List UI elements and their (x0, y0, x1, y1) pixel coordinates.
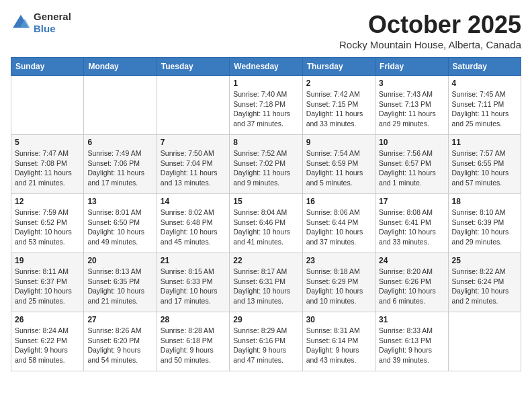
day-number: 28 (161, 315, 226, 324)
title-block: October 2025 Rocky Mountain House, Alber… (339, 11, 521, 50)
day-number: 23 (306, 256, 371, 265)
calendar-cell: 7Sunrise: 7:50 AM Sunset: 7:04 PM Daylig… (157, 135, 229, 194)
calendar-cell: 28Sunrise: 8:28 AM Sunset: 6:18 PM Dayli… (157, 312, 229, 371)
calendar-cell: 29Sunrise: 8:29 AM Sunset: 6:16 PM Dayli… (230, 312, 302, 371)
page-header: General Blue October 2025 Rocky Mountain… (11, 11, 521, 50)
day-number: 31 (379, 315, 444, 324)
day-number: 5 (15, 138, 80, 147)
day-info: Sunrise: 7:47 AM Sunset: 7:08 PM Dayligh… (15, 148, 80, 188)
day-info: Sunrise: 8:20 AM Sunset: 6:26 PM Dayligh… (379, 267, 444, 306)
calendar-cell (84, 76, 157, 135)
calendar-cell: 30Sunrise: 8:31 AM Sunset: 6:14 PM Dayli… (302, 312, 375, 371)
day-info: Sunrise: 8:15 AM Sunset: 6:33 PM Dayligh… (161, 267, 226, 306)
calendar-cell (157, 76, 229, 135)
day-info: Sunrise: 8:22 AM Sunset: 6:24 PM Dayligh… (452, 267, 517, 306)
day-number: 17 (379, 197, 444, 206)
calendar-cell: 3Sunrise: 7:43 AM Sunset: 7:13 PM Daylig… (375, 76, 448, 135)
calendar-week-row: 12Sunrise: 7:59 AM Sunset: 6:52 PM Dayli… (11, 194, 521, 253)
day-info: Sunrise: 8:17 AM Sunset: 6:31 PM Dayligh… (233, 267, 298, 306)
day-number: 15 (233, 197, 298, 206)
day-of-week-header: Tuesday (157, 58, 229, 76)
day-number: 21 (161, 256, 226, 265)
day-number: 16 (306, 197, 371, 206)
logo-general-text: General (34, 11, 71, 23)
day-info: Sunrise: 8:18 AM Sunset: 6:29 PM Dayligh… (306, 267, 371, 306)
day-info: Sunrise: 8:28 AM Sunset: 6:18 PM Dayligh… (161, 326, 226, 365)
day-info: Sunrise: 8:04 AM Sunset: 6:46 PM Dayligh… (233, 208, 298, 247)
calendar-cell: 15Sunrise: 8:04 AM Sunset: 6:46 PM Dayli… (230, 194, 302, 253)
calendar-cell: 12Sunrise: 7:59 AM Sunset: 6:52 PM Dayli… (11, 194, 84, 253)
calendar-table: SundayMondayTuesdayWednesdayThursdayFrid… (11, 57, 521, 371)
day-number: 12 (15, 197, 80, 206)
day-number: 18 (452, 197, 517, 206)
day-info: Sunrise: 8:31 AM Sunset: 6:14 PM Dayligh… (306, 326, 371, 365)
day-info: Sunrise: 7:42 AM Sunset: 7:15 PM Dayligh… (306, 89, 371, 129)
day-info: Sunrise: 8:01 AM Sunset: 6:50 PM Dayligh… (87, 208, 152, 247)
day-info: Sunrise: 8:10 AM Sunset: 6:39 PM Dayligh… (452, 208, 517, 247)
calendar-week-row: 26Sunrise: 8:24 AM Sunset: 6:22 PM Dayli… (11, 312, 521, 371)
calendar-cell: 4Sunrise: 7:45 AM Sunset: 7:11 PM Daylig… (448, 76, 521, 135)
day-number: 29 (233, 315, 298, 324)
day-info: Sunrise: 7:50 AM Sunset: 7:04 PM Dayligh… (161, 148, 226, 188)
day-of-week-header: Monday (84, 58, 157, 76)
day-info: Sunrise: 7:59 AM Sunset: 6:52 PM Dayligh… (15, 208, 80, 247)
calendar-cell: 5Sunrise: 7:47 AM Sunset: 7:08 PM Daylig… (11, 135, 84, 194)
day-number: 8 (233, 138, 298, 147)
day-info: Sunrise: 8:26 AM Sunset: 6:20 PM Dayligh… (87, 326, 152, 365)
day-number: 24 (379, 256, 444, 265)
day-number: 27 (87, 315, 152, 324)
calendar-header-row: SundayMondayTuesdayWednesdayThursdayFrid… (11, 58, 521, 76)
day-info: Sunrise: 8:08 AM Sunset: 6:41 PM Dayligh… (379, 208, 444, 247)
day-info: Sunrise: 7:45 AM Sunset: 7:11 PM Dayligh… (452, 89, 517, 129)
calendar-cell: 10Sunrise: 7:56 AM Sunset: 6:57 PM Dayli… (375, 135, 448, 194)
calendar-cell: 23Sunrise: 8:18 AM Sunset: 6:29 PM Dayli… (302, 253, 375, 312)
day-of-week-header: Saturday (448, 58, 521, 76)
day-info: Sunrise: 7:43 AM Sunset: 7:13 PM Dayligh… (379, 89, 444, 129)
day-info: Sunrise: 7:40 AM Sunset: 7:18 PM Dayligh… (233, 89, 298, 129)
day-number: 3 (379, 79, 444, 88)
day-number: 20 (87, 256, 152, 265)
calendar-cell: 31Sunrise: 8:33 AM Sunset: 6:13 PM Dayli… (375, 312, 448, 371)
day-info: Sunrise: 7:52 AM Sunset: 7:02 PM Dayligh… (233, 148, 298, 188)
calendar-cell: 21Sunrise: 8:15 AM Sunset: 6:33 PM Dayli… (157, 253, 229, 312)
calendar-cell: 18Sunrise: 8:10 AM Sunset: 6:39 PM Dayli… (448, 194, 521, 253)
day-number: 30 (306, 315, 371, 324)
calendar-cell: 17Sunrise: 8:08 AM Sunset: 6:41 PM Dayli… (375, 194, 448, 253)
day-info: Sunrise: 8:06 AM Sunset: 6:44 PM Dayligh… (306, 208, 371, 247)
day-info: Sunrise: 7:56 AM Sunset: 6:57 PM Dayligh… (379, 148, 444, 188)
day-number: 22 (233, 256, 298, 265)
day-info: Sunrise: 8:33 AM Sunset: 6:13 PM Dayligh… (379, 326, 444, 365)
day-number: 6 (87, 138, 152, 147)
calendar-week-row: 1Sunrise: 7:40 AM Sunset: 7:18 PM Daylig… (11, 76, 521, 135)
day-number: 9 (306, 138, 371, 147)
logo-blue-text: Blue (34, 23, 71, 35)
day-number: 26 (15, 315, 80, 324)
calendar-cell: 22Sunrise: 8:17 AM Sunset: 6:31 PM Dayli… (230, 253, 302, 312)
calendar-cell: 27Sunrise: 8:26 AM Sunset: 6:20 PM Dayli… (84, 312, 157, 371)
calendar-cell: 13Sunrise: 8:01 AM Sunset: 6:50 PM Dayli… (84, 194, 157, 253)
day-of-week-header: Sunday (11, 58, 84, 76)
calendar-cell: 20Sunrise: 8:13 AM Sunset: 6:35 PM Dayli… (84, 253, 157, 312)
day-of-week-header: Wednesday (230, 58, 302, 76)
day-number: 10 (379, 138, 444, 147)
day-info: Sunrise: 7:54 AM Sunset: 6:59 PM Dayligh… (306, 148, 371, 188)
month-title: October 2025 (339, 11, 521, 39)
day-number: 4 (452, 79, 517, 88)
day-number: 7 (161, 138, 226, 147)
location-title: Rocky Mountain House, Alberta, Canada (339, 39, 521, 50)
day-info: Sunrise: 8:29 AM Sunset: 6:16 PM Dayligh… (233, 326, 298, 365)
calendar-cell: 9Sunrise: 7:54 AM Sunset: 6:59 PM Daylig… (302, 135, 375, 194)
calendar-cell: 6Sunrise: 7:49 AM Sunset: 7:06 PM Daylig… (84, 135, 157, 194)
day-number: 2 (306, 79, 371, 88)
calendar-cell: 8Sunrise: 7:52 AM Sunset: 7:02 PM Daylig… (230, 135, 302, 194)
calendar-cell: 16Sunrise: 8:06 AM Sunset: 6:44 PM Dayli… (302, 194, 375, 253)
day-of-week-header: Friday (375, 58, 448, 76)
calendar-cell (11, 76, 84, 135)
day-number: 19 (15, 256, 80, 265)
day-number: 14 (161, 197, 226, 206)
calendar-cell (448, 312, 521, 371)
calendar-cell: 14Sunrise: 8:02 AM Sunset: 6:48 PM Dayli… (157, 194, 229, 253)
day-info: Sunrise: 7:49 AM Sunset: 7:06 PM Dayligh… (87, 148, 152, 188)
day-number: 11 (452, 138, 517, 147)
calendar-cell: 11Sunrise: 7:57 AM Sunset: 6:55 PM Dayli… (448, 135, 521, 194)
